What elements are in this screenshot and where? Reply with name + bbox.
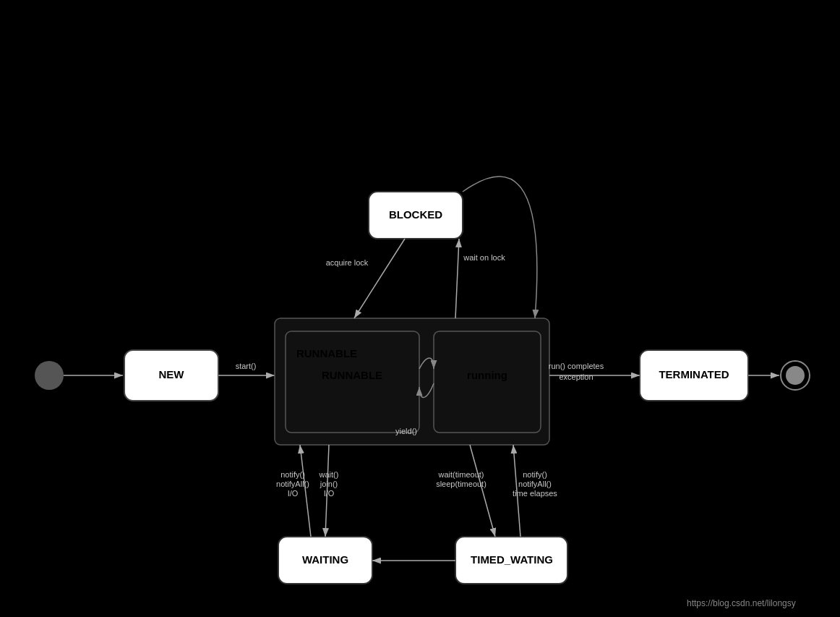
state-diagram: NEW start() RUNNABLE running RUNNABLE yi… (0, 0, 840, 617)
notify-timed-label2: notifyAll() (518, 480, 552, 488)
timed-waiting-label: TIMED_WATING (471, 553, 553, 566)
running-inner-box (434, 331, 541, 433)
notify-label1: notify() (280, 470, 305, 479)
svg-line-10 (300, 445, 311, 537)
runnable-label: RUNNABLE (296, 347, 357, 359)
run-completes-label: run() completes (549, 362, 604, 370)
svg-line-11 (470, 445, 495, 537)
runnable-inner-label: RUNNABLE (322, 369, 382, 381)
terminated-label: TERMINATED (659, 368, 729, 380)
wait-join-label2: join() (320, 480, 338, 488)
acquire-lock-label: acquire lock (326, 258, 369, 267)
notify-timed-label1: notify() (523, 470, 547, 479)
terminal-state-inner (786, 366, 805, 385)
yield-label: yield() (395, 427, 417, 435)
wait-join-label1: wait() (319, 470, 339, 479)
svg-line-6 (455, 239, 459, 318)
wait-timeout-label2: sleep(timeout) (436, 480, 487, 488)
svg-line-5 (354, 239, 405, 318)
exception-label: exception (559, 373, 593, 381)
waiting-label: WAITING (302, 553, 348, 566)
initial-state (35, 361, 64, 390)
notify-label3: I/O (288, 489, 299, 498)
blocked-label: BLOCKED (389, 208, 442, 221)
url-label: https://blog.csdn.net/lilongsy (687, 598, 796, 608)
running-label: running (467, 369, 507, 381)
wait-timeout-label1: wait(timeout) (438, 470, 484, 479)
wait-join-label3: I/O (324, 489, 335, 498)
wait-on-lock-label: wait on lock (463, 253, 505, 262)
start-label: start() (236, 362, 257, 370)
notify-label2: notifyAll() (276, 480, 309, 488)
new-state-label: NEW (159, 368, 185, 380)
notify-timed-label3: time elapses (513, 489, 557, 498)
